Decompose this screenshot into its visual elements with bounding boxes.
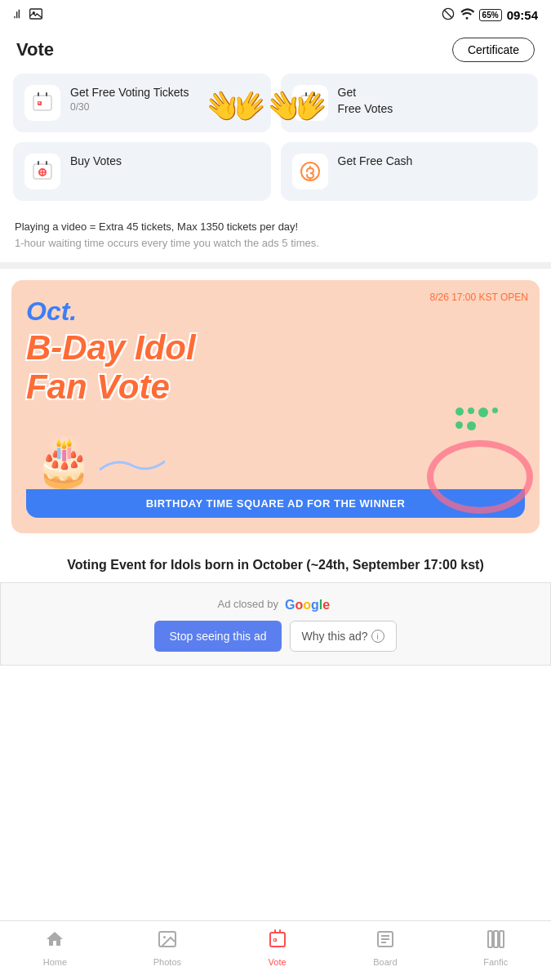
- board-icon: [375, 929, 395, 954]
- banner-title: B-Day IdolFan Vote: [26, 328, 525, 408]
- status-bar: 65% 09:54: [0, 0, 551, 29]
- svg-line-3: [444, 10, 451, 17]
- certificate-button[interactable]: Certificate: [452, 38, 535, 62]
- bottom-navigation: Home Photos Vote: [0, 920, 551, 980]
- vote-option-free-votes[interactable]: GetFree Votes: [281, 74, 539, 132]
- info-sub: 1-hour waiting time occurs every time yo…: [15, 235, 536, 252]
- vote-icon: [268, 929, 287, 954]
- section-divider: [0, 262, 551, 269]
- ad-section: Ad closed by Google Stop seeing this ad …: [0, 582, 551, 666]
- free-cash-label: Get Free Cash: [338, 154, 413, 170]
- vote-option-free-cash[interactable]: Get Free Cash: [281, 142, 539, 201]
- fanfic-icon: [486, 929, 505, 954]
- nav-vote-label: Vote: [269, 957, 287, 967]
- nav-board-label: Board: [373, 957, 397, 967]
- vote-option-icon-tickets: [24, 85, 60, 121]
- vote-option-icon-cash: [292, 154, 328, 189]
- nav-fanfic-label: Fanfic: [483, 957, 508, 967]
- free-tickets-count: 0/30: [70, 101, 189, 113]
- svg-rect-4: [33, 96, 51, 110]
- ad-buttons: Stop seeing this ad Why this ad? i: [17, 621, 534, 652]
- svg-point-25: [163, 936, 166, 938]
- nav-item-home[interactable]: Home: [43, 929, 67, 967]
- svg-rect-35: [488, 931, 492, 947]
- free-votes-label: GetFree Votes: [338, 85, 393, 117]
- info-section: Playing a video = Extra 45 tickets, Max …: [0, 211, 551, 262]
- wifi-icon: [460, 8, 474, 22]
- event-description: Voting Event for Idols born in October (…: [0, 545, 551, 582]
- image-icon: [29, 8, 42, 22]
- green-dots: [455, 408, 500, 430]
- vote-option-free-tickets[interactable]: Get Free Voting Tickets 0/30 👐👐: [13, 74, 271, 132]
- status-right: 65% 09:54: [442, 7, 538, 23]
- vote-option-buy-votes[interactable]: Buy Votes: [13, 142, 271, 201]
- vote-option-icon-votes: [292, 85, 328, 121]
- vote-option-icon-buy: [24, 154, 60, 189]
- battery-icon: 65%: [479, 9, 502, 21]
- nav-item-photos[interactable]: Photos: [153, 929, 181, 967]
- nav-item-fanfic[interactable]: Fanfic: [483, 929, 508, 967]
- status-left: [13, 7, 42, 23]
- info-main: Playing a video = Extra 45 tickets, Max …: [15, 219, 536, 235]
- why-ad-button[interactable]: Why this ad? i: [290, 621, 397, 652]
- svg-rect-12: [304, 101, 316, 103]
- signal-icon: [13, 7, 26, 23]
- banner-open-label: 8/26 17:00 KST OPEN: [429, 292, 528, 303]
- time-display: 09:54: [507, 8, 538, 22]
- banner-decoration: 🎂: [26, 416, 525, 489]
- header: Vote Certificate: [0, 29, 551, 74]
- free-tickets-label: Get Free Voting Tickets: [70, 85, 189, 101]
- nav-item-vote[interactable]: Vote: [268, 929, 287, 967]
- mute-icon: [442, 7, 455, 23]
- buy-votes-label: Buy Votes: [70, 154, 122, 170]
- info-icon: i: [371, 630, 384, 643]
- svg-rect-13: [304, 105, 313, 106]
- ad-closed-label: Ad closed by Google: [17, 596, 534, 612]
- home-icon: [45, 929, 64, 954]
- google-logo: Google: [282, 597, 334, 610]
- nav-photos-label: Photos: [153, 957, 181, 967]
- svg-rect-26: [270, 933, 285, 947]
- svg-text:Google: Google: [285, 598, 330, 612]
- svg-rect-36: [494, 931, 498, 947]
- page-title: Vote: [16, 39, 54, 60]
- cake-icon: 🎂: [34, 434, 93, 489]
- vote-options-grid: Get Free Voting Tickets 0/30 👐👐 GetFree …: [0, 74, 551, 211]
- photos-icon: [158, 929, 177, 954]
- arc-decoration: [427, 440, 533, 514]
- nav-home-label: Home: [43, 957, 67, 967]
- event-banner-card[interactable]: 8/26 17:00 KST OPEN Oct. B-Day IdolFan V…: [11, 280, 540, 533]
- nav-item-board[interactable]: Board: [373, 929, 397, 967]
- wavy-line: [100, 453, 165, 481]
- svg-rect-37: [500, 931, 504, 947]
- stop-seeing-button[interactable]: Stop seeing this ad: [154, 621, 281, 652]
